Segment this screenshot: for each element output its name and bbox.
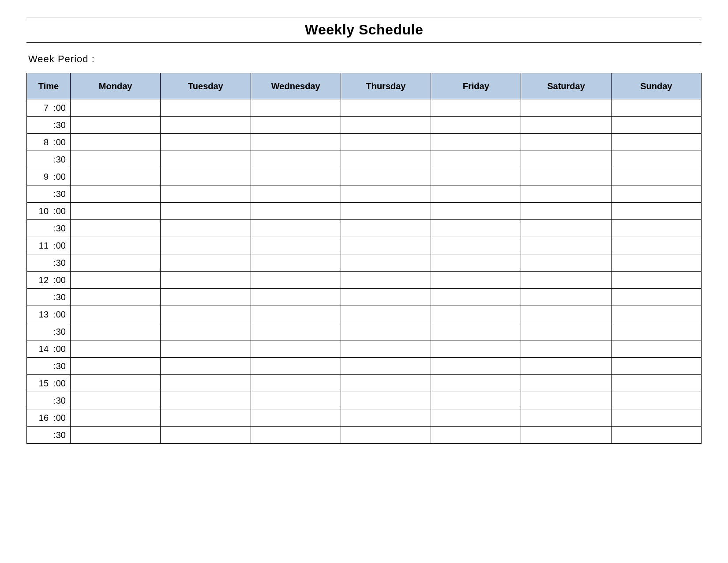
- schedule-cell[interactable]: [521, 358, 611, 375]
- schedule-cell[interactable]: [431, 134, 521, 151]
- schedule-cell[interactable]: [431, 151, 521, 168]
- schedule-cell[interactable]: [341, 203, 431, 220]
- schedule-cell[interactable]: [251, 358, 341, 375]
- schedule-cell[interactable]: [161, 323, 251, 340]
- schedule-cell[interactable]: [611, 168, 701, 185]
- schedule-cell[interactable]: [71, 254, 161, 272]
- schedule-cell[interactable]: [341, 375, 431, 392]
- schedule-cell[interactable]: [251, 306, 341, 323]
- schedule-cell[interactable]: [611, 134, 701, 151]
- schedule-cell[interactable]: [431, 323, 521, 340]
- schedule-cell[interactable]: [611, 306, 701, 323]
- schedule-cell[interactable]: [251, 375, 341, 392]
- schedule-cell[interactable]: [251, 427, 341, 444]
- schedule-cell[interactable]: [611, 220, 701, 237]
- schedule-cell[interactable]: [251, 237, 341, 254]
- schedule-cell[interactable]: [71, 99, 161, 117]
- schedule-cell[interactable]: [341, 151, 431, 168]
- schedule-cell[interactable]: [71, 237, 161, 254]
- schedule-cell[interactable]: [341, 99, 431, 117]
- schedule-cell[interactable]: [431, 237, 521, 254]
- schedule-cell[interactable]: [611, 323, 701, 340]
- schedule-cell[interactable]: [161, 203, 251, 220]
- schedule-cell[interactable]: [341, 254, 431, 272]
- schedule-cell[interactable]: [521, 237, 611, 254]
- schedule-cell[interactable]: [431, 392, 521, 409]
- schedule-cell[interactable]: [431, 340, 521, 358]
- schedule-cell[interactable]: [71, 151, 161, 168]
- schedule-cell[interactable]: [431, 99, 521, 117]
- schedule-cell[interactable]: [521, 392, 611, 409]
- schedule-cell[interactable]: [431, 409, 521, 427]
- schedule-cell[interactable]: [161, 306, 251, 323]
- schedule-cell[interactable]: [161, 254, 251, 272]
- schedule-cell[interactable]: [161, 99, 251, 117]
- schedule-cell[interactable]: [161, 427, 251, 444]
- schedule-cell[interactable]: [431, 254, 521, 272]
- schedule-cell[interactable]: [161, 358, 251, 375]
- schedule-cell[interactable]: [161, 117, 251, 134]
- schedule-cell[interactable]: [161, 375, 251, 392]
- schedule-cell[interactable]: [611, 151, 701, 168]
- schedule-cell[interactable]: [341, 427, 431, 444]
- schedule-cell[interactable]: [71, 203, 161, 220]
- schedule-cell[interactable]: [521, 185, 611, 203]
- schedule-cell[interactable]: [71, 340, 161, 358]
- schedule-cell[interactable]: [611, 409, 701, 427]
- schedule-cell[interactable]: [71, 272, 161, 289]
- schedule-cell[interactable]: [431, 168, 521, 185]
- schedule-cell[interactable]: [251, 203, 341, 220]
- schedule-cell[interactable]: [71, 375, 161, 392]
- schedule-cell[interactable]: [71, 427, 161, 444]
- schedule-cell[interactable]: [521, 272, 611, 289]
- schedule-cell[interactable]: [341, 289, 431, 306]
- schedule-cell[interactable]: [71, 289, 161, 306]
- schedule-cell[interactable]: [341, 358, 431, 375]
- schedule-cell[interactable]: [71, 358, 161, 375]
- schedule-cell[interactable]: [611, 254, 701, 272]
- schedule-cell[interactable]: [71, 409, 161, 427]
- schedule-cell[interactable]: [521, 220, 611, 237]
- schedule-cell[interactable]: [611, 340, 701, 358]
- schedule-cell[interactable]: [161, 168, 251, 185]
- schedule-cell[interactable]: [251, 272, 341, 289]
- schedule-cell[interactable]: [611, 117, 701, 134]
- schedule-cell[interactable]: [251, 99, 341, 117]
- schedule-cell[interactable]: [161, 134, 251, 151]
- schedule-cell[interactable]: [161, 220, 251, 237]
- schedule-cell[interactable]: [521, 427, 611, 444]
- schedule-cell[interactable]: [161, 340, 251, 358]
- schedule-cell[interactable]: [161, 392, 251, 409]
- schedule-cell[interactable]: [611, 375, 701, 392]
- schedule-cell[interactable]: [521, 323, 611, 340]
- schedule-cell[interactable]: [521, 306, 611, 323]
- schedule-cell[interactable]: [71, 134, 161, 151]
- schedule-cell[interactable]: [251, 340, 341, 358]
- schedule-cell[interactable]: [521, 409, 611, 427]
- schedule-cell[interactable]: [251, 254, 341, 272]
- schedule-cell[interactable]: [251, 117, 341, 134]
- schedule-cell[interactable]: [611, 272, 701, 289]
- schedule-cell[interactable]: [251, 289, 341, 306]
- schedule-cell[interactable]: [341, 168, 431, 185]
- schedule-cell[interactable]: [161, 151, 251, 168]
- schedule-cell[interactable]: [431, 289, 521, 306]
- schedule-cell[interactable]: [161, 272, 251, 289]
- schedule-cell[interactable]: [251, 168, 341, 185]
- schedule-cell[interactable]: [341, 323, 431, 340]
- schedule-cell[interactable]: [341, 185, 431, 203]
- schedule-cell[interactable]: [341, 134, 431, 151]
- schedule-cell[interactable]: [431, 185, 521, 203]
- schedule-cell[interactable]: [431, 427, 521, 444]
- schedule-cell[interactable]: [521, 99, 611, 117]
- schedule-cell[interactable]: [251, 134, 341, 151]
- schedule-cell[interactable]: [341, 409, 431, 427]
- schedule-cell[interactable]: [431, 306, 521, 323]
- schedule-cell[interactable]: [521, 168, 611, 185]
- schedule-cell[interactable]: [611, 203, 701, 220]
- schedule-cell[interactable]: [431, 358, 521, 375]
- schedule-cell[interactable]: [71, 220, 161, 237]
- schedule-cell[interactable]: [161, 237, 251, 254]
- schedule-cell[interactable]: [611, 185, 701, 203]
- schedule-cell[interactable]: [611, 237, 701, 254]
